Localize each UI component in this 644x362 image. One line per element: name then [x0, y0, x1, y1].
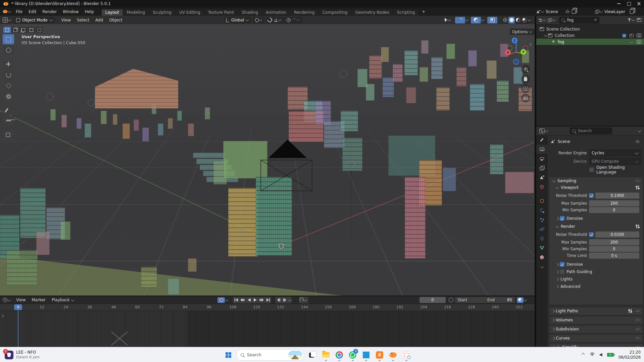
lights-row[interactable]: Lights	[549, 274, 643, 281]
time-limit-field[interactable]: 0 s	[589, 253, 639, 259]
shading-solid-button[interactable]	[508, 17, 515, 23]
proportional-edit-button[interactable]	[285, 17, 303, 23]
wifi-icon[interactable]	[590, 353, 595, 357]
menu-render[interactable]: Render	[39, 9, 60, 14]
collection-checkbox[interactable]	[622, 34, 626, 37]
properties-tab-viewlayer[interactable]	[536, 163, 548, 173]
play-button[interactable]	[252, 297, 258, 303]
panel-volumes[interactable]: Volumes	[549, 316, 643, 324]
timeline-editor-type-button[interactable]	[0, 298, 11, 302]
tray-expand-chevron[interactable]	[581, 353, 585, 356]
properties-tab-render[interactable]	[536, 145, 548, 154]
clear-search-icon[interactable]: ✕	[594, 18, 597, 22]
summary-expand-chevron[interactable]	[1, 315, 4, 318]
tool-cursor[interactable]	[3, 45, 14, 55]
max-samples-field[interactable]: 200	[589, 200, 639, 206]
properties-tab-modifier[interactable]	[536, 206, 548, 215]
xampp-icon[interactable]: X	[373, 348, 386, 362]
battery-icon[interactable]	[607, 353, 614, 357]
shading-wireframe-button[interactable]	[502, 17, 508, 23]
select-mode-invert[interactable]	[28, 27, 35, 33]
snap-button[interactable]	[266, 17, 287, 23]
advanced-row[interactable]: Advanced	[549, 281, 643, 289]
expand-chevron-icon[interactable]	[544, 34, 547, 37]
viewport-menu-add[interactable]: Add	[92, 18, 106, 22]
workspace-tab-modeling[interactable]: Modeling	[123, 9, 149, 16]
workspace-tab-scripting[interactable]: Scripting	[393, 9, 418, 16]
properties-search-input[interactable]: Search	[570, 127, 612, 134]
maximize-button[interactable]	[624, 0, 634, 7]
pin-icon[interactable]	[636, 140, 640, 144]
gizmo-z-axis[interactable]: Z	[512, 38, 517, 43]
viewport-denoise-row[interactable]: Denoise	[549, 213, 643, 221]
properties-tab-particles[interactable]	[536, 215, 548, 224]
shading-rendered-button[interactable]	[521, 17, 528, 23]
panel-grip-icon[interactable]	[635, 179, 640, 182]
add-workspace-button[interactable]: +	[419, 9, 428, 14]
whatsapp-icon[interactable]: 9	[346, 348, 359, 362]
frame-forward-button[interactable]	[282, 297, 288, 303]
next-keyframe-button[interactable]	[258, 297, 265, 303]
workspace-tab-texture-paint[interactable]: Texture Paint	[204, 9, 238, 16]
gizmo-x-axis[interactable]: X	[505, 50, 511, 55]
min-samples-field[interactable]: 0	[589, 207, 639, 213]
noise-threshold-field[interactable]: 0.1000	[595, 193, 639, 199]
show-overlays-button[interactable]	[471, 17, 481, 23]
properties-tab-material[interactable]	[536, 253, 548, 262]
noise-threshold-checkbox[interactable]	[589, 232, 594, 237]
viewport-menu-select[interactable]: Select	[74, 18, 92, 22]
prev-keyframe-button[interactable]	[239, 297, 246, 303]
playhead-line[interactable]	[18, 310, 18, 348]
preset-sliders-icon[interactable]	[636, 186, 640, 190]
denoise-checkbox[interactable]	[560, 262, 564, 267]
properties-tab-constraints[interactable]	[536, 234, 548, 243]
workspace-tab-rendering[interactable]: Rendering	[290, 9, 318, 16]
chrome-icon[interactable]	[333, 348, 346, 362]
menu-window[interactable]: Window	[60, 9, 82, 14]
shading-material-button[interactable]	[515, 17, 521, 23]
tool-annotate[interactable]	[3, 105, 14, 115]
noise-threshold-checkbox[interactable]	[589, 193, 594, 198]
pin-icon[interactable]	[565, 10, 569, 14]
outliner-row-collection[interactable]: Collection	[536, 32, 644, 39]
viewport-menu-view[interactable]: View	[58, 18, 74, 22]
tool-tweak-select[interactable]	[3, 34, 14, 44]
sampling-render-subheader[interactable]: Render	[549, 221, 643, 229]
viewport-menu-object[interactable]: Object	[106, 18, 125, 22]
timeline-menu-playback[interactable]: Playback	[49, 298, 73, 302]
tool-move[interactable]	[3, 59, 14, 69]
new-scene-icon[interactable]	[572, 9, 576, 14]
path-guiding-checkbox[interactable]	[560, 269, 564, 274]
scene-selector[interactable]: Scene	[536, 9, 590, 14]
properties-tab-physics[interactable]	[536, 224, 548, 234]
zoom-button[interactable]	[521, 65, 530, 73]
properties-tab-object[interactable]	[536, 196, 548, 206]
workspace-tab-geometry-nodes[interactable]: Geometry Nodes	[352, 9, 393, 16]
timeline-ruler[interactable]: 1224364860728496108120132144156168180192…	[0, 304, 535, 311]
timeline-track-area[interactable]	[0, 311, 535, 348]
keying-set-chevron[interactable]	[288, 298, 292, 301]
menu-help[interactable]: Help	[82, 9, 97, 14]
select-mode-intersect[interactable]	[36, 27, 43, 33]
task-view-button[interactable]	[306, 348, 319, 362]
blender-icon[interactable]	[387, 348, 399, 362]
properties-options-chevron[interactable]	[638, 129, 641, 132]
render-engine-dropdown[interactable]: Cycles	[589, 150, 641, 156]
tool-measure[interactable]	[3, 116, 14, 126]
properties-tab-data[interactable]	[536, 243, 548, 253]
play-reverse-button[interactable]	[246, 297, 252, 303]
menu-file[interactable]: File	[13, 9, 26, 14]
camera-view-button[interactable]	[521, 84, 530, 93]
selectability-visibility-button[interactable]	[444, 17, 452, 23]
sampling-viewport-subheader[interactable]: Viewport	[549, 185, 643, 190]
new-viewlayer-icon[interactable]	[630, 9, 634, 14]
hide-eye-icon[interactable]	[629, 34, 634, 37]
preset-sliders-icon[interactable]	[636, 224, 640, 228]
ortho-grid-button[interactable]	[521, 94, 530, 102]
osl-checkbox[interactable]	[589, 167, 594, 172]
workspace-tab-animation[interactable]: Animation	[262, 9, 290, 16]
select-mode-extend[interactable]	[11, 27, 19, 33]
jump-to-start-button[interactable]	[233, 297, 239, 303]
min-samples-field[interactable]: 0	[589, 246, 639, 252]
panel-subdivision[interactable]: Subdivision	[549, 325, 643, 333]
